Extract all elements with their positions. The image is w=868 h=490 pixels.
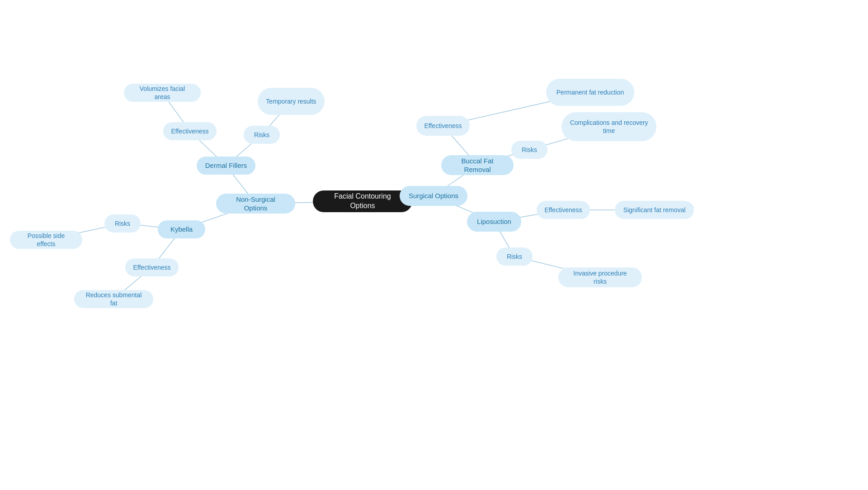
node-center: Facial Contouring Options	[313, 190, 412, 212]
node-ky-effectiveness: Effectiveness	[125, 258, 179, 276]
node-df-effectiveness: Effectiveness	[163, 122, 217, 140]
node-bf-complications: Complications and recovery time	[561, 112, 656, 141]
node-dermal-fillers: Dermal Fillers	[197, 157, 255, 175]
node-bf-effectiveness: Effectiveness	[416, 116, 470, 136]
node-lipo-significant: Significant fat removal	[615, 201, 694, 219]
node-surgical: Surgical Options	[400, 186, 467, 206]
node-lipo-risks: Risks	[496, 247, 533, 266]
node-ky-side-effects: Possible side effects	[10, 231, 82, 249]
node-bf-permanent: Permanent fat reduction	[546, 79, 634, 106]
node-lipo-effectiveness: Effectiveness	[537, 201, 590, 219]
node-df-temporary: Temporary results	[258, 88, 325, 115]
node-df-risks: Risks	[244, 126, 280, 144]
node-ky-reduces: Reduces submental fat	[74, 290, 153, 308]
node-kybella: Kybella	[158, 220, 205, 238]
node-buccal: Buccal Fat Removal	[441, 155, 514, 175]
node-df-volumizes: Volumizes facial areas	[124, 84, 201, 102]
node-bf-risks: Risks	[511, 141, 547, 159]
node-liposuction: Liposuction	[467, 212, 521, 232]
node-non-surgical: Non-Surgical Options	[216, 194, 295, 214]
mindmap-svg: Facial Contouring OptionsNon-Surgical Op…	[0, 0, 868, 490]
node-ky-risks: Risks	[104, 214, 141, 233]
node-lipo-invasive: Invasive procedure risks	[558, 267, 642, 287]
